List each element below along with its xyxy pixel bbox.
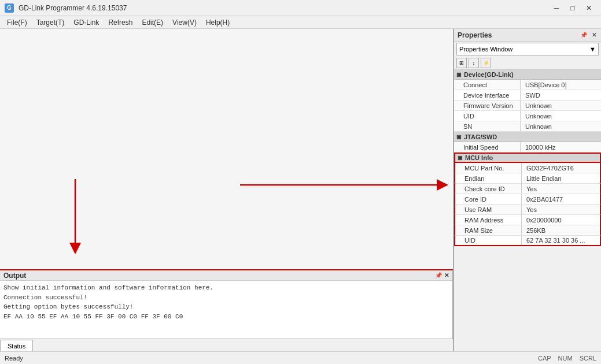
section-collapse-mcu[interactable]: ▣ [458, 155, 463, 161]
app-title: GD-Link Programmer 4.6.19.15037 [19, 4, 127, 12]
prop-device-interface-value: SWD [521, 92, 540, 99]
minimize-button[interactable]: ─ [549, 2, 564, 14]
prop-firmware-name: Firmware Version [454, 101, 521, 110]
prop-sn: SN Unknown [454, 121, 601, 132]
properties-title: Properties [458, 31, 492, 39]
menu-bar: File(F) Target(T) GD-Link Refresh Edit(E… [0, 16, 601, 29]
prop-sn-value: Unknown [521, 123, 552, 130]
prop-device-interface: Device Interface SWD [454, 90, 601, 101]
pin-icon[interactable]: 📌 [579, 31, 588, 39]
menu-edit[interactable]: Edit(E) [137, 16, 168, 28]
prop-endian-name: Endian [455, 173, 522, 183]
num-indicator: NUM [558, 355, 573, 362]
prop-core-id: Core ID 0x2BA01477 [454, 194, 601, 205]
section-collapse-jtag[interactable]: ▣ [456, 134, 462, 140]
prop-connect-name: Connect [454, 80, 521, 90]
properties-toolbar: ⊞ ↕ ⚡ [454, 57, 601, 69]
prop-uid-device-value: Unknown [521, 113, 552, 120]
section-collapse-device[interactable]: ▣ [456, 72, 462, 77]
properties-window-label: Properties Window [459, 46, 512, 53]
menu-target[interactable]: Target(T) [32, 16, 69, 28]
output-line-2: Connection successful! [3, 293, 449, 303]
output-line-3: Getting option bytes successfully! [3, 302, 449, 312]
prop-ram-address-value: 0x20000000 [522, 217, 562, 224]
prop-uid-device-name: UID [454, 111, 521, 121]
prop-check-core-name: Check core ID [455, 184, 522, 194]
prop-ram-size-name: RAM Size [455, 225, 522, 235]
properties-table: ▣ Device(GD-Link) Connect USB[Device 0] … [454, 69, 601, 351]
prop-ram-address-name: RAM Address [455, 215, 522, 225]
section-mcu-label: MCU Info [465, 154, 493, 161]
section-jtag: ▣ JTAG/SWD [454, 132, 601, 142]
output-line-1: Show initial information and software in… [3, 283, 449, 293]
left-panel: Output 📌 ✕ Show initial information and … [0, 29, 453, 351]
prop-mcu-part: MCU Part No. GD32F470ZGT6 [454, 163, 601, 173]
output-content: Show initial information and software in… [0, 281, 452, 324]
cap-indicator: CAP [538, 355, 551, 362]
section-jtag-label: JTAG/SWD [464, 133, 497, 140]
prop-initial-speed-name: Initial Speed [454, 142, 521, 152]
prop-tool-grid-icon[interactable]: ⊞ [456, 58, 467, 68]
status-bar: Ready CAP NUM SCRL [0, 351, 601, 364]
properties-header: Properties 📌 ✕ [454, 29, 601, 42]
prop-check-core-value: Yes [522, 185, 537, 192]
menu-help[interactable]: Help(H) [201, 16, 234, 28]
prop-core-id-value: 0x2BA01477 [522, 196, 563, 203]
prop-connect: Connect USB[Device 0] [454, 80, 601, 90]
status-text: Ready [5, 355, 23, 362]
output-line-4: EF AA 10 55 EF AA 10 55 FF 3F 00 C0 FF 3… [3, 312, 449, 322]
prop-tool-lightning-icon[interactable]: ⚡ [481, 58, 491, 68]
prop-ram-address: RAM Address 0x20000000 [454, 215, 601, 225]
prop-firmware: Firmware Version Unknown [454, 101, 601, 111]
tab-status[interactable]: Status [0, 340, 33, 351]
down-arrow-annotation [64, 179, 87, 260]
section-device-label: Device(GD-Link) [464, 71, 514, 78]
prop-uid-mcu-value: 62 7A 32 31 30 36 ... [522, 237, 585, 244]
output-header: Output 📌 ✕ [0, 270, 452, 281]
menu-view[interactable]: View(V) [168, 16, 201, 28]
properties-window-dropdown[interactable]: Properties Window ▼ [456, 43, 599, 55]
output-close-icon[interactable]: ✕ [444, 272, 449, 278]
maximize-button[interactable]: □ [565, 2, 580, 14]
prop-endian: Endian Little Endian [454, 173, 601, 184]
prop-ram-size: RAM Size 256KB [454, 225, 601, 236]
menu-gdlink[interactable]: GD-Link [69, 16, 104, 28]
prop-uid-mcu: UID 62 7A 32 31 30 36 ... [454, 236, 601, 246]
scrl-indicator: SCRL [580, 355, 596, 362]
prop-device-interface-name: Device Interface [454, 90, 521, 100]
prop-tool-sort-icon[interactable]: ↕ [469, 58, 479, 68]
prop-uid-mcu-name: UID [455, 236, 522, 245]
tab-bar: Status [0, 339, 453, 351]
output-title: Output [3, 272, 26, 280]
prop-initial-speed-value: 10000 kHz [521, 144, 556, 151]
output-pin-icon[interactable]: 📌 [435, 272, 442, 278]
prop-endian-value: Little Endian [522, 175, 562, 182]
prop-ram-size-value: 256KB [522, 227, 545, 234]
app-icon: G [5, 3, 14, 13]
properties-close-icon[interactable]: ✕ [591, 31, 598, 39]
right-panel: Properties 📌 ✕ Properties Window ▼ ⊞ ↕ ⚡… [453, 29, 601, 351]
prop-firmware-value: Unknown [521, 102, 552, 109]
main-container: Output 📌 ✕ Show initial information and … [0, 29, 601, 351]
dropdown-arrow-icon: ▼ [589, 46, 596, 53]
output-panel: Output 📌 ✕ Show initial information and … [0, 269, 453, 339]
prop-use-ram-name: Use RAM [455, 205, 522, 214]
window-controls: ─ □ ✕ [549, 2, 596, 14]
menu-file[interactable]: File(F) [2, 16, 32, 28]
prop-use-ram: Use RAM Yes [454, 205, 601, 215]
prop-initial-speed: Initial Speed 10000 kHz [454, 142, 601, 153]
close-button[interactable]: ✕ [581, 2, 596, 14]
prop-core-id-name: Core ID [455, 194, 522, 204]
prop-connect-value: USB[Device 0] [521, 81, 567, 88]
section-device: ▣ Device(GD-Link) [454, 69, 601, 80]
title-bar: G GD-Link Programmer 4.6.19.15037 ─ □ ✕ [0, 0, 601, 16]
prop-use-ram-value: Yes [522, 206, 537, 213]
status-indicators: CAP NUM SCRL [538, 355, 596, 362]
prop-uid-device: UID Unknown [454, 111, 601, 121]
prop-mcu-part-name: MCU Part No. [455, 163, 522, 173]
section-mcu: ▣ MCU Info [454, 153, 601, 163]
prop-sn-name: SN [454, 121, 521, 131]
menu-refresh[interactable]: Refresh [104, 16, 137, 28]
prop-mcu-part-value: GD32F470ZGT6 [522, 165, 574, 172]
prop-check-core: Check core ID Yes [454, 184, 601, 194]
